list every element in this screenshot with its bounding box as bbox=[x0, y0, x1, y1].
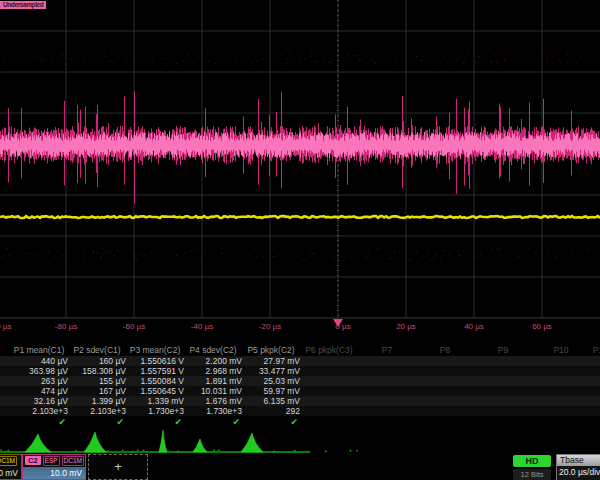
measurement-value: 2.103e+3 bbox=[32, 406, 68, 416]
measurement-status-check: ✔ bbox=[290, 416, 298, 428]
measurement-column-header[interactable]: P9 bbox=[498, 345, 508, 356]
measurement-column-header[interactable]: P6 pkpk(C3) bbox=[305, 345, 352, 356]
measurement-status-check: ✔ bbox=[232, 416, 240, 428]
measurement-value: 1.730e+3 bbox=[148, 406, 184, 416]
measurement-value: 1.891 mV bbox=[206, 376, 242, 386]
c1-vertical-scale: 10.0 mV bbox=[0, 467, 21, 479]
measurement-value: 1.676 mV bbox=[206, 396, 242, 406]
measurement-column-header[interactable]: P4 sdev(C2) bbox=[189, 345, 236, 356]
channel-c1-descriptor[interactable]: DC1M 10.0 mV bbox=[0, 454, 22, 480]
time-tick-label: 60 µs bbox=[532, 322, 552, 332]
measurement-status-check: ✔ bbox=[116, 416, 124, 428]
measurement-value: 160 µV bbox=[99, 356, 126, 366]
measurement-status-check: ✔ bbox=[174, 416, 182, 428]
waveform-display bbox=[0, 0, 600, 345]
add-trace-button[interactable]: + bbox=[88, 454, 148, 480]
measurement-status-check: ✔ bbox=[58, 416, 66, 428]
table-row-stripe bbox=[0, 376, 600, 386]
measurement-value: 1.399 µV bbox=[92, 396, 126, 406]
oscilloscope-screen: Undersampled -100 µs-80 µs-60 µs-40 µs-2… bbox=[0, 0, 600, 480]
measurement-value: 440 µV bbox=[41, 356, 68, 366]
c2-vertical-scale: 10.0 mV bbox=[23, 467, 85, 479]
measurement-value: 33.477 mV bbox=[259, 366, 300, 376]
measurement-value: 155 µV bbox=[99, 376, 126, 386]
measurement-value: 1.557591 V bbox=[141, 366, 184, 376]
measurement-value: 59.97 mV bbox=[264, 386, 300, 396]
measurement-value: 25.03 mV bbox=[264, 376, 300, 386]
descriptor-bar: DC1M 10.0 mV C2 ESP DC1M 10.0 mV + HD 12… bbox=[0, 454, 600, 480]
measurement-column-header[interactable]: P10 bbox=[553, 345, 568, 356]
measurement-column-header[interactable]: P2 sdev(C1) bbox=[73, 345, 120, 356]
measurement-value: 2.103e+3 bbox=[90, 406, 126, 416]
measurement-value: 1.550616 V bbox=[141, 356, 184, 366]
c2-coupling-badge: DC1M bbox=[62, 456, 84, 466]
measurement-value: 2.200 mV bbox=[206, 356, 242, 366]
adc-bits-label: 12 Bits bbox=[513, 469, 551, 480]
measurement-value: 263 µV bbox=[41, 376, 68, 386]
measurement-value: 474 µV bbox=[41, 386, 68, 396]
time-tick-label: 0 µs bbox=[335, 322, 350, 332]
measurement-column-header[interactable]: P1 mean(C1) bbox=[14, 345, 65, 356]
measurement-column-header[interactable]: P11 bbox=[593, 345, 600, 356]
time-tick-label: -60 µs bbox=[123, 322, 145, 332]
measurement-column-header[interactable]: P7 bbox=[382, 345, 392, 356]
measurement-column-header[interactable]: P3 mean(C2) bbox=[130, 345, 181, 356]
measurement-value: 1.550645 V bbox=[141, 386, 184, 396]
measurement-value: 292 bbox=[286, 406, 300, 416]
measurement-column-header[interactable]: P8 bbox=[440, 345, 450, 356]
measurement-value: 167 µV bbox=[99, 386, 126, 396]
table-row-stripe bbox=[0, 386, 600, 396]
c2-eres-badge: ESP bbox=[43, 456, 60, 466]
measurement-column-header[interactable]: P5 pkpk(C2) bbox=[247, 345, 294, 356]
measurement-value: 1.730e+3 bbox=[206, 406, 242, 416]
table-row-stripe bbox=[0, 396, 600, 406]
measurement-value: 2.968 mV bbox=[206, 366, 242, 376]
c2-label-chip: C2 bbox=[25, 456, 41, 465]
time-tick-label: 40 µs bbox=[464, 322, 484, 332]
time-tick-label: -20 µs bbox=[259, 322, 281, 332]
timebase-scale: 20.0 µs/div bbox=[557, 466, 600, 479]
measurement-value: 32.16 µV bbox=[34, 396, 68, 406]
time-tick-label: -40 µs bbox=[191, 322, 213, 332]
channel-c2-descriptor[interactable]: C2 ESP DC1M 10.0 mV bbox=[22, 454, 86, 480]
time-tick-label: -100 µs bbox=[0, 322, 11, 332]
histogram-strip bbox=[0, 430, 600, 456]
measurement-value: 363.98 µV bbox=[29, 366, 68, 376]
measurement-value: 1.550084 V bbox=[141, 376, 184, 386]
hd-mode-badge[interactable]: HD bbox=[513, 455, 551, 467]
timebase-title: Tbase bbox=[557, 455, 600, 466]
time-tick-label: -80 µs bbox=[55, 322, 77, 332]
measurement-value: 27.97 mV bbox=[264, 356, 300, 366]
timebase-descriptor[interactable]: Tbase 20.0 µs/div bbox=[556, 454, 600, 480]
measurement-value: 6.135 mV bbox=[264, 396, 300, 406]
c1-coupling-badge: DC1M bbox=[0, 456, 17, 466]
time-tick-label: 20 µs bbox=[396, 322, 416, 332]
table-row-stripe bbox=[0, 356, 600, 366]
measurement-value: 158.308 µV bbox=[82, 366, 126, 376]
measurement-value: 1.339 mV bbox=[148, 396, 184, 406]
undersampled-warning: Undersampled bbox=[0, 1, 46, 9]
measurement-value: 10.031 mV bbox=[201, 386, 242, 396]
